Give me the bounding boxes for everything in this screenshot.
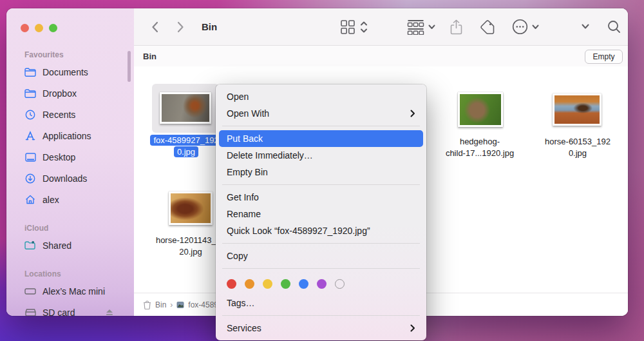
sidebar-item-label: Applications	[43, 131, 91, 141]
file-name-line: 0.jpg	[174, 146, 198, 157]
menu-item-label: Quick Look “fox-4589927_1920.jpg”	[227, 226, 370, 236]
sidebar-item-label: Alex’s Mac mini	[43, 286, 105, 297]
file-thumbnail-hedgehog[interactable]	[458, 92, 503, 127]
sidebar-item-downloads[interactable]: Downloads	[6, 168, 134, 189]
menu-item-copy[interactable]: Copy	[219, 248, 423, 264]
sidebar-item-desktop[interactable]: Desktop	[6, 146, 134, 168]
file-thumbnail-horse2[interactable]	[169, 191, 213, 225]
file-name-line: 0.jpg	[481, 148, 628, 159]
more-options-button[interactable]	[512, 8, 528, 45]
minimize-button[interactable]	[35, 24, 43, 32]
tag-button[interactable]	[480, 8, 495, 45]
hedgehog-image	[460, 94, 501, 125]
menu-item-delete-immediately[interactable]: Delete Immediately…	[219, 147, 423, 164]
sidebar-item-mac-mini[interactable]: Alex’s Mac mini	[6, 280, 134, 302]
desktop-icon	[24, 153, 37, 162]
icon-view-button[interactable]	[340, 8, 355, 45]
sidebar-list: Favourites Documents Dropbox Recents App…	[6, 48, 134, 316]
menu-separator	[222, 315, 420, 316]
fox-image	[162, 94, 209, 122]
status-bar: Bin Empty	[134, 46, 628, 67]
menu-item-label: Rename	[227, 209, 261, 219]
menu-item-services[interactable]: Services	[219, 320, 423, 336]
sidebar-item-label: Recents	[43, 110, 75, 120]
forward-button[interactable]	[177, 8, 184, 45]
menu-item-get-info[interactable]: Get Info	[219, 189, 423, 206]
sidebar-item-label: Desktop	[43, 152, 75, 162]
sidebar-item-recents[interactable]: Recents	[6, 104, 134, 125]
display-icon	[24, 288, 37, 295]
back-button[interactable]	[151, 8, 158, 45]
sidebar-item-label: Dropbox	[43, 88, 77, 99]
sidebar-item-alex[interactable]: alex	[6, 189, 134, 210]
download-icon	[24, 173, 37, 184]
menu-separator	[222, 243, 420, 244]
sidebar-item-shared[interactable]: Shared	[6, 235, 134, 256]
menu-item-label: Open	[227, 92, 249, 102]
sidebar-item-sd-card[interactable]: SD card	[6, 302, 134, 316]
toolbar-expand-chevron-icon[interactable]	[582, 8, 589, 45]
sidebar-item-label: Downloads	[43, 173, 87, 184]
tag-yellow[interactable]	[263, 279, 272, 289]
file-mini-icon	[176, 301, 184, 309]
file-thumbnail-fox[interactable]	[160, 92, 211, 124]
path-separator-icon: ›	[170, 300, 173, 309]
traffic-lights	[21, 24, 57, 32]
tag-green[interactable]	[281, 279, 290, 289]
file-label-horse1[interactable]: horse-60153_192 0.jpg	[481, 136, 628, 159]
file-thumbnail-horse1[interactable]	[553, 93, 601, 126]
folder-icon	[24, 89, 37, 98]
drive-icon	[24, 309, 37, 317]
search-button[interactable]	[607, 8, 621, 45]
path-item-bin[interactable]: Bin	[155, 300, 166, 309]
clock-icon	[24, 110, 37, 120]
sidebar-item-documents[interactable]: Documents	[6, 61, 134, 83]
close-button[interactable]	[21, 24, 29, 32]
sidebar-section-locations: Locations	[6, 268, 134, 280]
context-menu: Open Open With Put Back Delete Immediate…	[216, 84, 426, 340]
tag-purple[interactable]	[317, 279, 327, 289]
chevron-down-icon	[428, 8, 435, 45]
group-button[interactable]	[407, 8, 424, 45]
trash-icon	[143, 300, 151, 309]
sidebar-section-favourites: Favourites	[6, 48, 134, 61]
horse-image	[554, 95, 600, 124]
menu-item-tags[interactable]: Tags…	[219, 295, 423, 311]
menu-item-label: Empty Bin	[227, 167, 268, 177]
menu-item-label: Tags…	[227, 298, 255, 308]
menu-item-put-back[interactable]: Put Back	[219, 130, 423, 147]
eject-icon[interactable]	[106, 309, 113, 316]
menu-separator	[222, 184, 420, 185]
menu-item-rename[interactable]: Rename	[219, 206, 423, 222]
toolbar: Bin	[134, 8, 628, 46]
sidebar: Favourites Documents Dropbox Recents App…	[6, 8, 135, 316]
menu-item-open-with[interactable]: Open With	[219, 105, 423, 122]
tag-red[interactable]	[227, 279, 236, 289]
sidebar-section-icloud: iCloud	[6, 222, 134, 235]
menu-separator	[222, 268, 420, 269]
view-mode-stepper-icon[interactable]	[360, 8, 368, 45]
file-name-line: fox-4589927_192	[150, 135, 222, 146]
sidebar-item-dropbox[interactable]: Dropbox	[6, 83, 134, 104]
tag-color-row	[219, 273, 423, 295]
menu-item-label: Put Back	[227, 133, 263, 144]
file-name-line: horse-60153_192	[481, 136, 628, 148]
menu-item-quick-look[interactable]: Quick Look “fox-4589927_1920.jpg”	[219, 222, 423, 239]
menu-item-label: Delete Immediately…	[227, 150, 313, 161]
tag-orange[interactable]	[245, 279, 254, 289]
shared-folder-icon	[24, 240, 37, 250]
tag-blue[interactable]	[299, 279, 308, 289]
menu-item-label: Services	[227, 323, 261, 333]
sidebar-item-label: alex	[43, 195, 59, 205]
location-label: Bin	[134, 52, 156, 61]
tag-none[interactable]	[335, 279, 345, 289]
menu-separator	[222, 126, 420, 126]
home-icon	[24, 195, 37, 204]
menu-item-open[interactable]: Open	[219, 88, 423, 105]
share-button[interactable]	[450, 8, 462, 45]
zoom-button[interactable]	[49, 24, 57, 32]
horse-image	[171, 193, 211, 223]
sidebar-item-applications[interactable]: Applications	[6, 125, 134, 146]
menu-item-empty-bin[interactable]: Empty Bin	[219, 164, 423, 180]
empty-bin-button[interactable]: Empty	[585, 50, 623, 64]
